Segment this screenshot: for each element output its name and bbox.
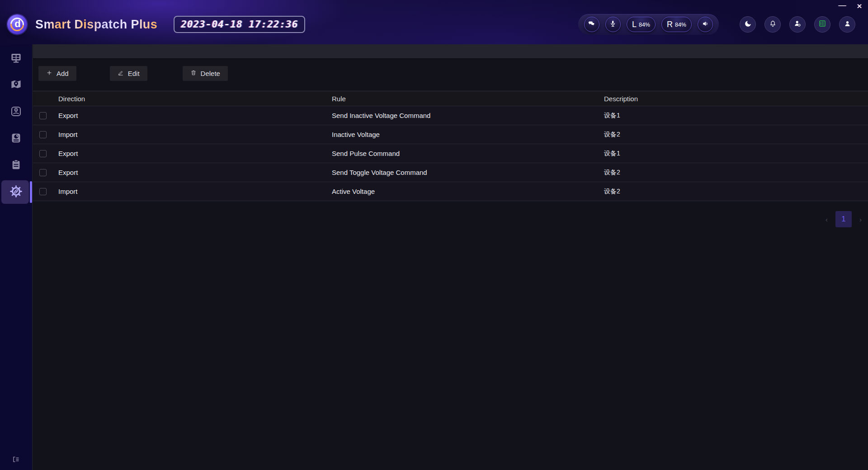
table-header: Direction Rule Description [33,91,868,106]
speaker-icon [702,20,709,29]
cell-direction: Import [58,188,332,195]
main-content: Add Edit Delete Direction Rule Descripti… [33,44,868,470]
user-switch-button[interactable] [789,16,806,33]
table-row[interactable]: Export Send Pulse Command 设备1 [33,144,868,163]
datetime-clock: 2023-04-18 17:22:36 [174,16,305,33]
sidebar-item-tasks[interactable] [0,154,33,177]
row-checkbox[interactable] [39,131,47,138]
table-row[interactable]: Import Inactive Voltage 设备2 [33,125,868,144]
cell-description: 设备2 [604,131,868,139]
cell-rule: Send Pulse Command [332,150,604,157]
speaker-button[interactable] [698,17,713,32]
row-checkbox[interactable] [39,169,47,176]
topbar-inner: d Smart Dispatch Plus 2023-04-18 17:22:3… [0,0,868,44]
table-row[interactable]: Export Send Toggle Voltage Command 设备2 [33,163,868,182]
log-form-button[interactable] [814,16,830,33]
sidebar [0,44,33,470]
app-logo-icon: d [7,14,27,34]
plus-icon [46,70,52,77]
pagination-page-1[interactable]: 1 [835,211,852,227]
cell-rule: Send Toggle Voltage Command [332,169,604,176]
cell-direction: Export [58,169,332,176]
add-button-label: Add [57,70,69,77]
right-volume-value: 84% [675,22,686,28]
table-row[interactable]: Export Send Inactive Voltage Command 设备1 [33,106,868,125]
minimize-button[interactable]: — [834,0,851,14]
column-header-description: Description [604,95,868,103]
sidebar-item-map[interactable] [0,74,33,97]
quick-actions [740,16,855,33]
moon-icon [744,20,752,29]
user-profile-button[interactable] [839,16,855,33]
gear-icon [9,185,23,200]
cell-rule: Inactive Voltage [332,131,604,138]
tab-strip [33,44,868,59]
cell-description: 设备2 [604,169,868,177]
pagination-prev-button[interactable]: ‹ [826,216,828,223]
row-checkbox[interactable] [39,150,47,157]
trash-icon [190,70,197,77]
sidebar-item-tracking[interactable] [0,100,33,124]
delete-button[interactable]: Delete [183,66,228,81]
window-controls: — ✕ [834,0,868,13]
bell-icon [769,20,777,29]
cell-description: 设备2 [604,188,868,196]
pagination: ‹ 1 › [33,211,868,227]
row-checkbox[interactable] [39,112,47,119]
topbar: — ✕ d Smart Dispatch Plus 2023-04-18 17:… [0,0,868,44]
row-checkbox[interactable] [39,188,47,195]
table-row[interactable]: Import Active Voltage 设备2 [33,182,868,201]
cell-rule: Active Voltage [332,188,604,195]
right-volume-label: R [667,20,673,28]
cell-description: 设备1 [604,112,868,120]
left-volume-button[interactable]: L 84% [627,17,656,32]
route-pin-icon [10,105,22,119]
cell-description: 设备1 [604,150,868,158]
monitor-icon [10,52,22,66]
report-icon [10,132,22,146]
sidebar-item-settings[interactable] [0,180,33,204]
dark-mode-button[interactable] [740,16,756,33]
menu-fold-icon [12,457,20,465]
delete-button-label: Delete [201,70,220,77]
pagination-next-button[interactable]: › [859,216,862,223]
close-button[interactable]: ✕ [851,0,868,13]
left-volume-value: 84% [639,22,650,28]
user-switch-icon [793,19,802,29]
cell-rule: Send Inactive Voltage Command [332,112,604,119]
cell-direction: Export [58,150,332,157]
sidebar-item-dashboard[interactable] [0,47,33,70]
left-volume-label: L [632,20,637,28]
user-icon [844,20,851,29]
microphone-button[interactable] [605,17,621,32]
edit-button-label: Edit [128,70,140,77]
rules-table: Direction Rule Description Export Send I… [33,91,868,201]
media-control-pill: L 84% R 84% [578,14,719,35]
microphone-icon [609,20,617,29]
map-icon [10,79,22,93]
column-header-direction: Direction [58,95,332,103]
toolbar: Add Edit Delete [38,66,868,81]
edit-button[interactable]: Edit [110,66,147,81]
column-header-rule: Rule [332,95,604,103]
notifications-button[interactable] [764,16,781,33]
cell-direction: Import [58,131,332,138]
chat-button[interactable] [584,17,599,32]
edit-icon [118,70,124,77]
add-button[interactable]: Add [38,66,76,81]
app-title: Smart Dispatch Plus [35,18,157,32]
clipboard-icon [10,159,22,173]
chat-icon [588,20,595,29]
form-icon [818,19,826,29]
right-volume-button[interactable]: R 84% [661,17,692,32]
cell-direction: Export [58,112,332,119]
sidebar-item-report[interactable] [0,127,33,150]
menu-fold-button[interactable] [12,455,20,465]
